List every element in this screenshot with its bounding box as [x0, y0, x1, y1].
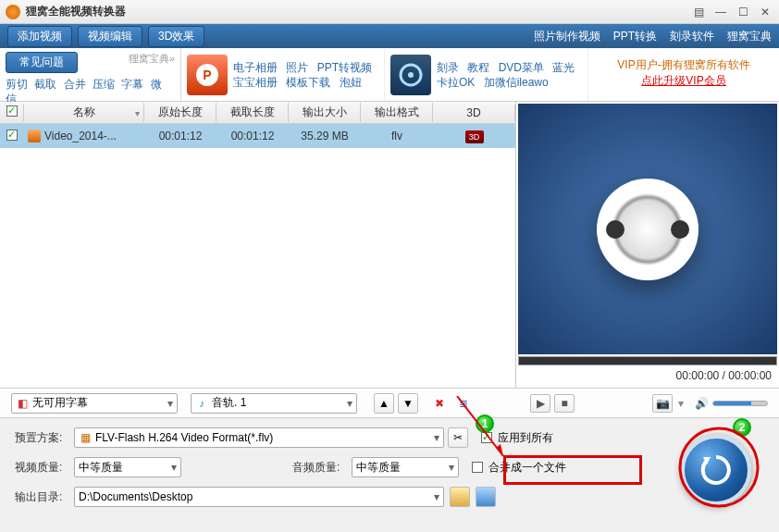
play-button[interactable]: ▶ [530, 394, 550, 413]
preview-video[interactable] [518, 104, 777, 354]
output-label: 输出目录: [15, 489, 74, 505]
tag[interactable]: 压缩 [93, 78, 115, 91]
merge-label: 合并成一个文件 [488, 460, 566, 476]
tag[interactable]: 剪切 [6, 78, 28, 91]
time-display: 00:00:00 / 00:00:00 [676, 369, 772, 382]
promo-link[interactable]: 宝宝相册 [233, 76, 278, 89]
video-file-icon [28, 130, 41, 142]
app-logo-icon [6, 5, 20, 19]
snapshot-button[interactable]: 📷 [652, 394, 673, 413]
titlebar: 狸窝全能视频转换器 ▤ — ☐ ✕ [0, 0, 779, 24]
col-3d[interactable]: 3D [433, 105, 515, 121]
promo-link[interactable]: 电子相册 [233, 61, 278, 74]
apply-all-checkbox[interactable] [481, 432, 492, 443]
promo-link[interactable]: 照片 [286, 61, 308, 74]
list-header: 名称▾ 原始长度 截取长度 输出大小 输出格式 3D [0, 102, 515, 124]
video-progress[interactable] [518, 356, 777, 365]
vip-upgrade-link[interactable]: 点此升级VIP会员 [588, 73, 779, 89]
menu-icon[interactable]: ▤ [690, 6, 707, 19]
output-combo[interactable]: D:\Documents\Desktop ▾ [74, 487, 444, 507]
promo-link[interactable]: DVD菜单 [499, 61, 544, 74]
minimize-icon[interactable]: — [712, 6, 729, 19]
3d-badge-icon[interactable]: 3D [465, 130, 484, 143]
film-reel-icon [597, 179, 699, 280]
promo-link[interactable]: 加微信ileawo [484, 76, 549, 89]
volume-icon[interactable]: 🔊 [695, 397, 709, 410]
main-area: 名称▾ 原始长度 截取长度 输出大小 输出格式 3D Video_2014-..… [0, 102, 779, 389]
chevron-down-icon[interactable]: ▾ [166, 461, 177, 474]
preset-label: 预置方案: [15, 430, 74, 446]
table-row[interactable]: Video_2014-... 00:01:12 00:01:12 35.29 M… [0, 124, 515, 148]
vip-text: VIP用户-拥有狸窝所有软件 [588, 57, 779, 73]
tag[interactable]: 合并 [64, 78, 86, 91]
tag[interactable]: 截取 [34, 78, 56, 91]
list-options-button[interactable]: ≣ [453, 393, 474, 414]
check-all-icon[interactable] [6, 105, 18, 117]
col-orig-len[interactable]: 原始长度 [144, 103, 216, 122]
faq-button[interactable]: 常见问题 [6, 52, 78, 73]
subtitle-value: 无可用字幕 [32, 395, 88, 411]
move-up-button[interactable]: ▲ [374, 393, 394, 414]
aquality-value: 中等质量 [356, 460, 401, 476]
preset-settings-button[interactable]: ✂ [448, 427, 468, 448]
col-check[interactable] [0, 104, 24, 121]
link-burn-software[interactable]: 刻录软件 [670, 29, 714, 44]
col-cut-len[interactable]: 截取长度 [216, 103, 289, 122]
preset-value: FLV-Flash H.264 Video Format(*.flv) [95, 431, 273, 444]
col-out-size[interactable]: 输出大小 [289, 103, 361, 122]
promo-strip: 常见问题 狸窝宝典» 剪切 截取 合并 压缩 字幕 微信 消音 SWF 片头 G… [0, 48, 779, 102]
chevron-down-icon[interactable]: ▾ [341, 397, 352, 410]
svg-text:P: P [203, 68, 211, 82]
cell-size: 35.29 MB [289, 130, 361, 142]
chevron-down-icon[interactable]: ▾ [678, 397, 684, 410]
file-list-pane: 名称▾ 原始长度 截取长度 输出大小 输出格式 3D Video_2014-..… [0, 102, 516, 388]
audiotrack-combo[interactable]: ♪ 音轨. 1 ▾ [191, 393, 357, 414]
add-video-button[interactable]: 添加视频 [7, 26, 72, 47]
col-out-fmt[interactable]: 输出格式 [361, 103, 433, 122]
powerpoint-icon: P [187, 55, 228, 95]
aquality-combo[interactable]: 中等质量 ▾ [352, 457, 459, 477]
stop-button[interactable]: ■ [554, 394, 575, 413]
chevron-down-icon[interactable]: ▾ [162, 397, 173, 410]
convert-button[interactable] [681, 435, 751, 505]
row-checkbox[interactable] [6, 130, 18, 141]
chevron-down-icon[interactable]: ▾ [428, 490, 439, 503]
open-folder-button[interactable] [476, 487, 496, 507]
cell-orig: 00:01:12 [144, 130, 216, 142]
video-edit-button[interactable]: 视频编辑 [78, 26, 142, 47]
link-photo-video[interactable]: 照片制作视频 [534, 29, 600, 44]
chevron-down-icon[interactable]: ▾ [443, 461, 454, 474]
col-name[interactable]: 名称▾ [24, 103, 144, 122]
output-value: D:\Documents\Desktop [79, 490, 192, 503]
promo-link[interactable]: 模板下载 [286, 76, 330, 89]
volume-slider[interactable] [712, 401, 768, 406]
link-ppt-convert[interactable]: PPT转换 [613, 29, 657, 44]
promo-link[interactable]: 刻录 [437, 61, 459, 74]
promo-link[interactable]: 泡妞 [340, 76, 362, 89]
promo-link[interactable]: PPT转视频 [317, 61, 372, 74]
file-name: Video_2014-... [44, 130, 117, 142]
link-liwo-baodian[interactable]: 狸窝宝典 [727, 29, 772, 44]
cell-fmt: flv [361, 130, 433, 142]
maximize-icon[interactable]: ☐ [735, 6, 751, 19]
promo-link[interactable]: 教程 [467, 61, 489, 74]
tag[interactable]: 字幕 [121, 78, 143, 91]
chevron-down-icon[interactable]: ▾ [428, 431, 439, 444]
subtitle-combo[interactable]: ◧ 无可用字幕 ▾ [11, 393, 178, 414]
browse-folder-button[interactable] [450, 487, 470, 507]
baodian-link[interactable]: 狸窝宝典» [129, 52, 175, 66]
promo-link[interactable]: 蓝光 [552, 61, 575, 74]
close-icon[interactable]: ✕ [757, 6, 773, 19]
vquality-combo[interactable]: 中等质量 ▾ [74, 457, 181, 477]
preset-combo[interactable]: ▦ FLV-Flash H.264 Video Format(*.flv) ▾ [74, 427, 444, 448]
audiotrack-value: 音轨. 1 [212, 395, 246, 411]
move-down-button[interactable]: ▼ [398, 393, 418, 414]
app-title: 狸窝全能视频转换器 [26, 4, 685, 19]
apply-all-label: 应用到所有 [498, 430, 553, 446]
main-toolbar: 添加视频 视频编辑 3D效果 照片制作视频 PPT转换 刻录软件 狸窝宝典 [0, 24, 779, 48]
merge-checkbox[interactable] [472, 462, 483, 473]
aquality-label: 音频质量: [292, 460, 352, 476]
promo-link[interactable]: 卡拉OK [437, 76, 475, 89]
delete-button[interactable]: ✖ [429, 393, 450, 414]
effect-3d-button[interactable]: 3D效果 [148, 26, 204, 47]
